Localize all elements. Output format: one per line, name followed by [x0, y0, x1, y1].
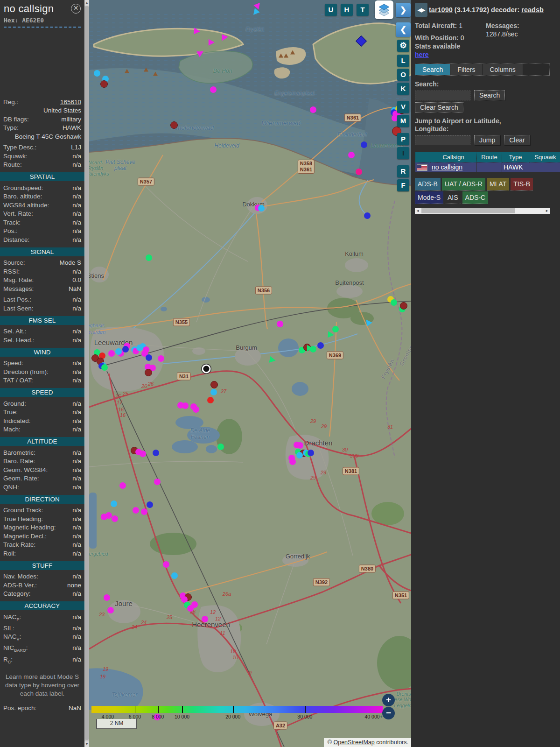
aircraft-dot[interactable]	[146, 354, 152, 361]
map-button-l[interactable]: L	[397, 55, 409, 67]
map-button-h[interactable]: H	[341, 4, 353, 16]
column-header[interactable]: Callsign	[430, 152, 477, 162]
badge-uat-ads-r[interactable]: UAT / ADS-R	[442, 178, 485, 190]
hscroll-left-icon[interactable]: ◂	[415, 208, 420, 214]
column-header[interactable]	[415, 152, 430, 162]
aircraft-dot[interactable]	[108, 350, 115, 357]
zoom-in-button[interactable]: +	[382, 694, 395, 706]
column-header[interactable]: Squawk	[529, 152, 560, 162]
map-button-v[interactable]: V	[397, 101, 409, 113]
aircraft-dot[interactable]	[101, 514, 107, 520]
badge-tis-b[interactable]: TIS-B	[511, 178, 533, 190]
zoom-out-button[interactable]: −	[382, 707, 395, 719]
scroll-down-icon[interactable]: ▼	[84, 741, 89, 747]
aircraft-dot[interactable]	[210, 86, 217, 93]
row-callsign[interactable]: no callsign	[432, 163, 462, 171]
aircraft-dot[interactable]	[193, 406, 199, 413]
aircraft-dot[interactable]	[104, 594, 110, 601]
badge-ads-c[interactable]: ADS-C	[462, 191, 489, 204]
map-button-u[interactable]: U	[325, 4, 337, 16]
aircraft-dot[interactable]	[115, 348, 122, 355]
badge-ads-b[interactable]: ADS-B	[415, 178, 441, 190]
stats-here-link[interactable]: here	[415, 51, 429, 58]
aircraft-dot[interactable]	[356, 169, 362, 175]
aircraft-dot[interactable]	[94, 70, 100, 77]
aircraft-arrow[interactable]	[307, 345, 313, 352]
map-button-k[interactable]: K	[397, 83, 409, 95]
aircraft-dot[interactable]	[400, 302, 407, 310]
aircraft-dot[interactable]	[187, 605, 194, 612]
aircraft-dot[interactable]	[119, 482, 126, 489]
aircraft-arrow[interactable]	[209, 39, 215, 46]
aircraft-dot[interactable]	[140, 451, 146, 457]
aircraft-arrow[interactable]	[269, 356, 276, 364]
panel-collapse-button[interactable]: ◀▶	[415, 3, 427, 17]
aircraft-dot[interactable]	[277, 321, 283, 327]
decoder-link[interactable]: readsb	[521, 6, 544, 14]
selected-aircraft-marker[interactable]	[202, 365, 211, 374]
aircraft-dot[interactable]	[158, 355, 164, 362]
aircraft-dot[interactable]	[122, 346, 129, 352]
clear-search-button[interactable]: Clear Search	[415, 102, 463, 113]
aircraft-arrow[interactable]	[196, 49, 205, 57]
aircraft-dot[interactable]	[146, 254, 152, 261]
aircraft-dot[interactable]	[296, 452, 303, 458]
map-button-t[interactable]: T	[357, 4, 369, 16]
aircraft-dot[interactable]	[207, 397, 214, 403]
map-canvas[interactable]: FryslânDe HônEngelsmanplaatWierumerwadAm…	[89, 0, 411, 747]
hscroll-right-icon[interactable]: ▸	[544, 208, 550, 214]
search-input[interactable]	[415, 91, 470, 100]
aircraft-dot[interactable]	[101, 364, 108, 371]
map-button-p[interactable]: P	[397, 133, 409, 145]
map-button-o[interactable]: O	[397, 69, 409, 81]
badge-ais[interactable]: AIS	[445, 191, 461, 204]
aircraft-dot[interactable]	[348, 152, 355, 158]
column-header[interactable]: Route	[477, 152, 502, 162]
aircraft-dot[interactable]	[107, 607, 114, 613]
search-button[interactable]: Search	[474, 90, 505, 100]
aircraft-dot[interactable]	[210, 389, 217, 395]
aircraft-arrow[interactable]	[194, 28, 200, 35]
jump-input[interactable]	[415, 135, 470, 145]
hscroll-thumb[interactable]	[421, 208, 515, 213]
aircraft-dot[interactable]	[141, 508, 147, 515]
sidebar-expand-button[interactable]: ❯	[396, 3, 411, 17]
aircraft-dot[interactable]	[133, 507, 139, 514]
close-icon[interactable]: ✕	[71, 4, 81, 14]
aircraft-arrow[interactable]	[364, 317, 372, 326]
aircraft-dot[interactable]	[112, 515, 118, 522]
layers-button[interactable]	[375, 0, 393, 19]
aircraft-arrow[interactable]	[222, 34, 228, 41]
aircraft-dot[interactable]	[308, 450, 314, 456]
aircraft-dot[interactable]	[217, 444, 224, 450]
aircraft-dot[interactable]	[297, 442, 303, 449]
aircraft-dot[interactable]	[364, 212, 371, 219]
table-hscrollbar[interactable]: ◂ ▸	[415, 208, 550, 214]
aircraft-dot[interactable]	[147, 501, 153, 508]
jump-clear-button[interactable]: Clear	[504, 135, 530, 145]
scrollbar-thumb[interactable]	[85, 6, 89, 740]
aircraft-arrow[interactable]	[328, 331, 334, 338]
badge-mode-s[interactable]: Mode-S	[415, 191, 443, 204]
aircraft-dot[interactable]	[289, 458, 296, 465]
aircraft-dot[interactable]	[310, 106, 316, 113]
aircraft-dot[interactable]	[111, 500, 117, 507]
aircraft-dot[interactable]	[317, 342, 324, 349]
aircraft-dot[interactable]	[171, 572, 178, 579]
app-title-link[interactable]: tar1090	[429, 6, 453, 14]
jump-button[interactable]: Jump	[474, 135, 500, 145]
aircraft-dot[interactable]	[154, 479, 161, 485]
aircraft-dot[interactable]	[100, 80, 108, 88]
left-panel-scrollbar[interactable]: ▲ ▼	[84, 0, 89, 747]
aircraft-dot[interactable]	[258, 205, 265, 211]
map-button-r[interactable]: R	[397, 165, 409, 177]
osm-link[interactable]: OpenStreetMap	[333, 739, 374, 746]
aircraft-dot[interactable]	[391, 299, 397, 306]
tab-search[interactable]: Search	[415, 64, 450, 75]
column-header[interactable]: Type	[502, 152, 529, 162]
aircraft-dot[interactable]	[170, 121, 178, 129]
map-button-i[interactable]: I	[397, 147, 409, 159]
scroll-up-icon[interactable]: ▲	[84, 0, 89, 6]
tab-columns[interactable]: Columns	[483, 64, 523, 75]
aircraft-dot[interactable]	[202, 616, 208, 622]
